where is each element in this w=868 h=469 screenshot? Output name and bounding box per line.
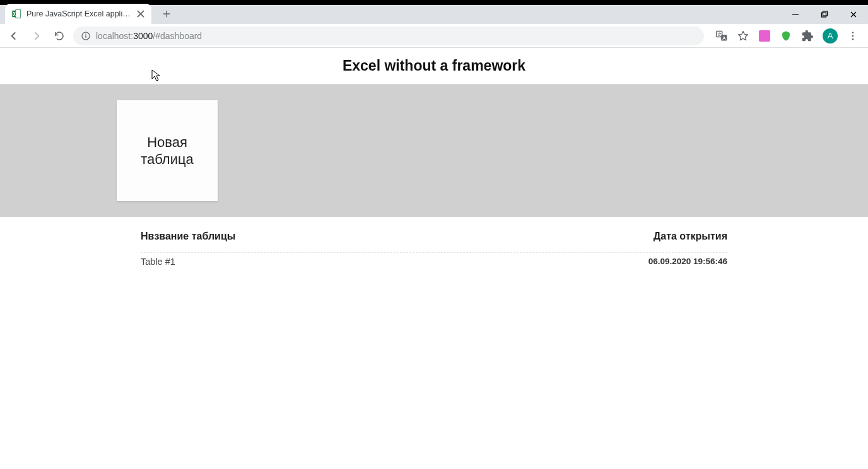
tables-list: Нвзвание таблицы Дата открытия Table #1 … bbox=[0, 217, 868, 270]
nav-forward-button[interactable] bbox=[28, 27, 45, 45]
column-date-header: Дата открытия bbox=[654, 231, 727, 242]
extension-pink-icon[interactable] bbox=[758, 30, 771, 42]
svg-point-9 bbox=[852, 32, 854, 33]
svg-point-11 bbox=[852, 38, 854, 40]
page-header: Excel without a framework bbox=[0, 48, 868, 84]
table-name: Table #1 bbox=[141, 257, 175, 267]
new-table-label: Новая таблица bbox=[141, 134, 194, 168]
dashboard-strip: Новая таблица bbox=[0, 84, 868, 217]
new-tab-button[interactable] bbox=[158, 5, 175, 23]
svg-rect-1 bbox=[16, 9, 21, 18]
translate-icon[interactable] bbox=[715, 30, 728, 42]
chrome-menu-icon[interactable] bbox=[847, 30, 859, 42]
nav-reload-button[interactable] bbox=[50, 27, 68, 45]
bookmark-star-icon[interactable] bbox=[737, 30, 749, 42]
excel-favicon-icon bbox=[11, 9, 21, 19]
browser-tab[interactable]: Pure JavaScript Excel application bbox=[5, 4, 151, 24]
svg-rect-2 bbox=[822, 13, 826, 17]
profile-avatar[interactable]: A bbox=[823, 28, 838, 43]
svg-point-6 bbox=[85, 33, 86, 35]
avatar-letter: A bbox=[828, 31, 833, 40]
address-bar[interactable]: localhost:3000/#dashboard bbox=[73, 26, 704, 45]
tables-list-header: Нвзвание таблицы Дата открытия bbox=[141, 228, 727, 252]
window-minimize-button[interactable] bbox=[781, 5, 810, 24]
url-text: localhost:3000/#dashboard bbox=[96, 31, 202, 41]
table-row[interactable]: Table #1 06.09.2020 19:56:46 bbox=[141, 252, 727, 270]
nav-back-button[interactable] bbox=[5, 27, 23, 45]
new-table-card[interactable]: Новая таблица bbox=[117, 100, 218, 201]
column-name-header: Нвзвание таблицы bbox=[141, 231, 235, 242]
page-title: Excel without a framework bbox=[343, 57, 525, 74]
browser-window: Pure JavaScript Excel application lo bbox=[0, 0, 868, 469]
svg-rect-3 bbox=[823, 11, 828, 16]
page-viewport: Excel without a framework Новая таблица … bbox=[0, 48, 868, 469]
tab-title: Pure JavaScript Excel application bbox=[26, 9, 131, 18]
window-maximize-button[interactable] bbox=[810, 5, 839, 24]
site-info-icon bbox=[81, 31, 91, 41]
browser-toolbar: localhost:3000/#dashboard A bbox=[0, 24, 868, 48]
extension-shield-icon[interactable] bbox=[780, 30, 792, 42]
extensions-puzzle-icon[interactable] bbox=[801, 30, 814, 42]
window-close-button[interactable] bbox=[839, 5, 868, 24]
window-controls bbox=[781, 5, 868, 24]
svg-point-10 bbox=[852, 35, 854, 37]
toolbar-right-icons: A bbox=[709, 28, 863, 43]
tab-strip: Pure JavaScript Excel application bbox=[0, 0, 868, 24]
tab-close-icon[interactable] bbox=[136, 9, 145, 18]
table-opened-date: 06.09.2020 19:56:46 bbox=[648, 257, 727, 267]
svg-rect-5 bbox=[85, 35, 86, 38]
